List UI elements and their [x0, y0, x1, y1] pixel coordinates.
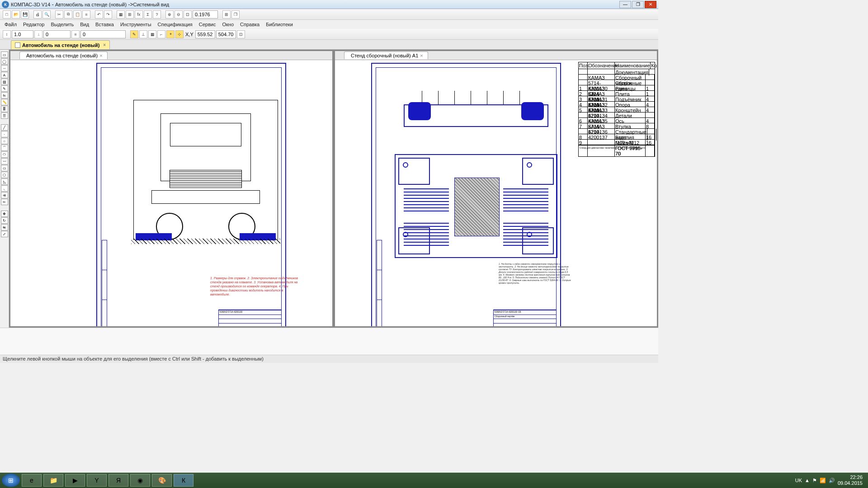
coord-y-input[interactable]	[216, 30, 236, 38]
window-tile-icon[interactable]: ⊞	[222, 10, 231, 19]
zoom-fit-icon[interactable]: ⊡	[184, 10, 192, 19]
scale-tool-icon[interactable]: ⤢	[1, 231, 8, 237]
menu-help[interactable]: Справка	[237, 21, 262, 28]
current-state-toolbar: ↕ ⟂ ≡ ✎ ⊥ ▦ ⌐ ⌖ ⊹ X,Y ⊡	[0, 29, 658, 40]
left-canvas[interactable]: 1. Размеры для справок. 2. Электропитани…	[10, 60, 332, 326]
fillet-tool-icon[interactable]: ◟	[1, 185, 8, 192]
point-tool-icon[interactable]: ·	[1, 131, 8, 137]
chamfer-tool-icon[interactable]: ◺	[1, 178, 8, 185]
step-icon[interactable]: ⟂	[34, 30, 42, 38]
coord-x-input[interactable]	[195, 30, 215, 38]
vars-icon[interactable]: Σ	[144, 10, 152, 19]
step-input[interactable]	[43, 30, 71, 38]
rotate-tool-icon[interactable]: ↻	[1, 217, 8, 224]
menu-insert[interactable]: Вставка	[93, 21, 117, 28]
menubar: Файл Редактор Выделить Вид Вставка Инстр…	[0, 20, 658, 29]
style-icon[interactable]: ✎	[130, 30, 138, 38]
title-block: КАМАЗ 5714-4200130 СБ Сборочный чертёж	[493, 310, 557, 327]
menu-select[interactable]: Выделить	[48, 21, 76, 28]
coord-lock-icon[interactable]: ⊡	[237, 30, 245, 38]
undo-icon[interactable]: ↶	[95, 10, 103, 19]
zoom-in-icon[interactable]: ⊕	[165, 10, 174, 19]
assembly-top-view	[395, 154, 557, 258]
props-icon[interactable]: ≡	[82, 10, 90, 19]
left-document-pane[interactable]: Автомобиль на стенде (новый) ×	[10, 51, 333, 327]
preview-icon[interactable]: 🔍	[42, 10, 51, 19]
property-panel[interactable]	[0, 328, 658, 355]
menu-view[interactable]: Вид	[77, 21, 92, 28]
redo-icon[interactable]: ↷	[104, 10, 112, 19]
fx-icon[interactable]: fx	[135, 10, 143, 19]
menu-spec[interactable]: Спецификация	[155, 21, 195, 28]
left-tool-palette: ▭ ◯ ↔ A ▨ ✎ fx 📏 ≣ ☰ ╱ · ○ ⌒ ⬭ 〰 ▭ ⬡ ◺ ◟…	[0, 50, 9, 328]
new-icon[interactable]: □	[3, 10, 11, 19]
dimension-tool-icon[interactable]: ↔	[1, 65, 8, 71]
window-cascade-icon[interactable]: ❐	[231, 10, 240, 19]
offset-tool-icon[interactable]: ⇉	[1, 192, 8, 198]
snap3-icon[interactable]: ⊹	[175, 30, 184, 38]
menu-libs[interactable]: Библиотеки	[263, 21, 296, 28]
help-icon[interactable]: ?	[153, 10, 161, 19]
menu-editor[interactable]: Редактор	[20, 21, 47, 28]
close-icon[interactable]: ×	[103, 42, 106, 47]
minimize-button[interactable]: —	[619, 1, 631, 8]
zoom-out-icon[interactable]: ⊖	[175, 10, 183, 19]
technical-requirements: 1. На болты и гайки нанести лакокрасочно…	[499, 263, 571, 284]
line-tool-icon[interactable]: ╱	[1, 124, 8, 131]
layer-input[interactable]	[80, 30, 126, 38]
truck-front-view	[133, 100, 278, 240]
close-icon[interactable]: ×	[99, 53, 102, 58]
zoom-input[interactable]	[193, 10, 218, 19]
status-bar: Щелкните левой кнопкой мыши на объекте д…	[0, 355, 658, 363]
menu-file[interactable]: Файл	[2, 21, 19, 28]
window-title: КОМПАС-3D V14 - Автомобиль на стенде (но…	[11, 1, 619, 8]
polygon-tool-icon[interactable]: ⬡	[1, 172, 8, 178]
close-icon[interactable]: ×	[420, 53, 423, 58]
rect-tool-icon[interactable]: ▭	[1, 165, 8, 171]
cut-icon[interactable]: ✂	[55, 10, 63, 19]
select-tool-icon[interactable]: ▭	[1, 52, 8, 58]
edit-tool-icon[interactable]: ✎	[1, 85, 8, 92]
ortho-icon[interactable]: ⊥	[139, 30, 147, 38]
tab-left-doc[interactable]: Автомобиль на стенде (новый) ×	[11, 40, 110, 49]
scale-icon[interactable]: ↕	[3, 30, 11, 38]
stand-platform	[131, 233, 280, 242]
circle-tool-icon[interactable]: ○	[1, 138, 8, 144]
menu-service[interactable]: Сервис	[196, 21, 219, 28]
snap2-icon[interactable]: ⌖	[166, 30, 175, 38]
print-icon[interactable]: 🖨	[33, 10, 42, 19]
text-tool-icon[interactable]: A	[1, 72, 8, 78]
measure-tool-icon[interactable]: 📏	[1, 99, 8, 105]
lib-tool-icon[interactable]: ☰	[1, 113, 8, 119]
right-canvas[interactable]: 1. На болты и гайки нанести лакокрасочно…	[335, 60, 657, 326]
left-doc-tab[interactable]: Автомобиль на стенде (новый) ×	[19, 52, 108, 59]
move-tool-icon[interactable]: ✥	[1, 211, 8, 217]
mirror-tool-icon[interactable]: ⇋	[1, 224, 8, 230]
arc-tool-icon[interactable]: ⌒	[1, 145, 8, 151]
standard-toolbar: □ 📂 💾 🖨 🔍 ✂ ⧉ 📋 ≡ ↶ ↷ ▦ ⊞ fx Σ ? ⊕ ⊖ ⊡ ⊞…	[0, 9, 658, 20]
spline-tool-icon[interactable]: 〰	[1, 158, 8, 164]
round-icon[interactable]: ⌐	[157, 30, 165, 38]
close-button[interactable]: ✕	[645, 1, 656, 8]
snap-icon[interactable]: ⊞	[126, 10, 134, 19]
paste-icon[interactable]: 📋	[73, 10, 81, 19]
ellipse-tool-icon[interactable]: ⬭	[1, 151, 8, 158]
scale-input[interactable]	[12, 30, 33, 38]
spec-tool-icon[interactable]: ≣	[1, 106, 8, 112]
trim-tool-icon[interactable]: ✂	[1, 199, 8, 205]
hatch-tool-icon[interactable]: ▨	[1, 79, 8, 85]
grid-icon[interactable]: ▦	[117, 10, 125, 19]
grid2-icon[interactable]: ▦	[148, 30, 156, 38]
window-titlebar: К КОМПАС-3D V14 - Автомобиль на стенде (…	[0, 0, 658, 9]
right-document-pane[interactable]: Стенд сборочный (новый) А1 ×	[335, 51, 657, 327]
right-doc-tab[interactable]: Стенд сборочный (новый) А1 ×	[344, 52, 428, 59]
save-icon[interactable]: 💾	[21, 10, 29, 19]
copy-icon[interactable]: ⧉	[64, 10, 72, 19]
param-tool-icon[interactable]: fx	[1, 92, 8, 99]
layer-icon[interactable]: ≡	[71, 30, 80, 38]
open-icon[interactable]: 📂	[12, 10, 20, 19]
maximize-button[interactable]: ❐	[632, 1, 644, 8]
menu-window[interactable]: Окно	[219, 21, 236, 28]
geometry-tool-icon[interactable]: ◯	[1, 58, 8, 65]
menu-tools[interactable]: Инструменты	[118, 21, 154, 28]
